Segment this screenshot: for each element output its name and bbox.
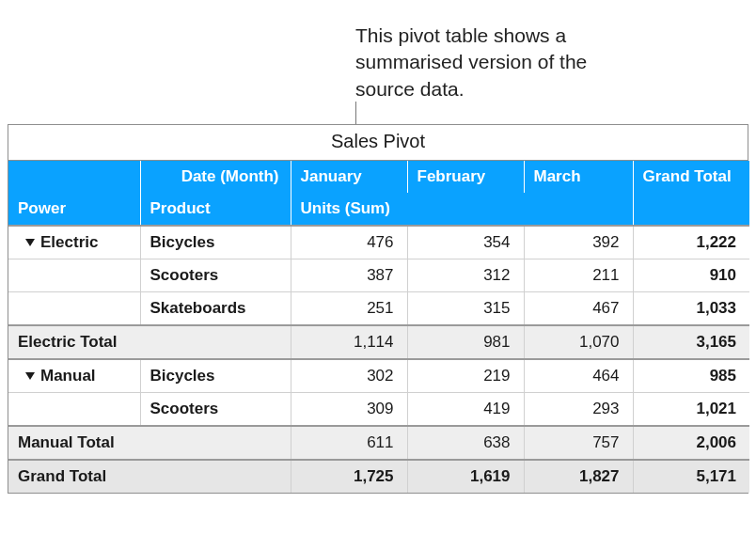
product-cell: Bicycles xyxy=(140,226,291,259)
blank-header xyxy=(8,161,140,193)
month-header-march: March xyxy=(524,161,633,193)
value-cell: 302 xyxy=(291,359,407,393)
grand-total-row: Grand Total 1,725 1,619 1,827 5,171 xyxy=(8,460,749,493)
power-label: Electric xyxy=(40,233,98,251)
product-cell: Scooters xyxy=(140,393,291,427)
value-cell: 354 xyxy=(407,226,524,259)
product-header: Product xyxy=(140,193,291,226)
grand-total-total-cell: 5,171 xyxy=(633,460,749,493)
header-row-fields: Power Product Units (Sum) xyxy=(8,193,749,226)
pivot-table: Sales Pivot Date (Month) January Februar… xyxy=(8,124,748,494)
value-cell: 467 xyxy=(524,292,633,326)
pivot-title: Sales Pivot xyxy=(8,125,748,161)
table-row: Skateboards 251 315 467 1,033 xyxy=(8,292,749,326)
grand-total-header: Grand Total xyxy=(633,161,749,193)
subtotal-cell: 611 xyxy=(291,426,407,460)
grand-total-cell: 1,619 xyxy=(407,460,524,493)
date-month-header: Date (Month) xyxy=(140,161,291,193)
empty-cell xyxy=(8,393,140,427)
grand-total-cell: 1,725 xyxy=(291,460,407,493)
product-cell: Bicycles xyxy=(140,359,291,393)
product-cell: Skateboards xyxy=(140,292,291,326)
value-cell: 387 xyxy=(291,259,407,292)
subtotal-cell: 1,070 xyxy=(524,325,633,359)
table-row: Scooters 387 312 211 910 xyxy=(8,259,749,292)
subtotal-row-electric: Electric Total 1,114 981 1,070 3,165 xyxy=(8,325,749,359)
subtotal-label: Manual Total xyxy=(8,426,291,460)
value-cell: 312 xyxy=(407,259,524,292)
value-cell: 309 xyxy=(291,393,407,427)
value-cell: 293 xyxy=(524,393,633,427)
value-cell: 211 xyxy=(524,259,633,292)
row-total-cell: 1,021 xyxy=(633,393,749,427)
callout-text: This pivot table shows a summarised vers… xyxy=(355,23,638,102)
table-row: Scooters 309 419 293 1,021 xyxy=(8,393,749,427)
grand-total-cell: 1,827 xyxy=(524,460,633,493)
row-total-cell: 985 xyxy=(633,359,749,393)
subtotal-label: Electric Total xyxy=(8,325,291,359)
power-cell-manual[interactable]: Manual xyxy=(8,359,140,393)
grand-total-label: Grand Total xyxy=(8,460,291,493)
row-total-cell: 1,033 xyxy=(633,292,749,326)
value-cell: 251 xyxy=(291,292,407,326)
value-cell: 419 xyxy=(407,393,524,427)
row-total-cell: 1,222 xyxy=(633,226,749,259)
empty-cell xyxy=(8,292,140,326)
subtotal-total-cell: 3,165 xyxy=(633,325,749,359)
power-cell-electric[interactable]: Electric xyxy=(8,226,140,259)
value-cell: 392 xyxy=(524,226,633,259)
subtotal-total-cell: 2,006 xyxy=(633,426,749,460)
subtotal-cell: 757 xyxy=(524,426,633,460)
month-header-january: January xyxy=(291,161,407,193)
subtotal-cell: 1,114 xyxy=(291,325,407,359)
value-cell: 464 xyxy=(524,359,633,393)
svg-marker-1 xyxy=(25,372,35,380)
subtotal-cell: 638 xyxy=(407,426,524,460)
subtotal-row-manual: Manual Total 611 638 757 2,006 xyxy=(8,426,749,460)
empty-cell xyxy=(8,259,140,292)
header-row-months: Date (Month) January February March Gran… xyxy=(8,161,749,193)
pivot-grid: Date (Month) January February March Gran… xyxy=(8,161,749,493)
month-header-february: February xyxy=(407,161,524,193)
blank-header-right xyxy=(633,193,749,226)
value-cell: 219 xyxy=(407,359,524,393)
value-cell: 476 xyxy=(291,226,407,259)
disclosure-triangle-icon[interactable] xyxy=(25,371,35,381)
subtotal-cell: 981 xyxy=(407,325,524,359)
power-header: Power xyxy=(8,193,140,226)
row-total-cell: 910 xyxy=(633,259,749,292)
svg-marker-0 xyxy=(25,239,35,246)
disclosure-triangle-icon[interactable] xyxy=(25,238,35,247)
units-sum-header: Units (Sum) xyxy=(291,193,633,226)
value-cell: 315 xyxy=(407,292,524,326)
table-row: Manual Bicycles 302 219 464 985 xyxy=(8,359,749,393)
table-row: Electric Bicycles 476 354 392 1,222 xyxy=(8,226,749,259)
product-cell: Scooters xyxy=(140,259,291,292)
power-label: Manual xyxy=(40,367,96,385)
